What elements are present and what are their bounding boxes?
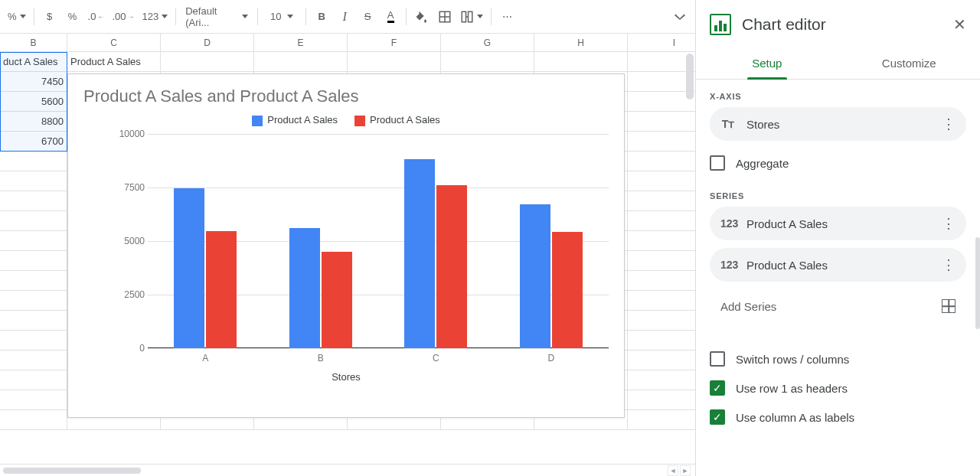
more-options-icon[interactable]: ⋮ xyxy=(942,116,956,132)
merge-cells-button[interactable] xyxy=(457,6,486,28)
legend-swatch-1 xyxy=(252,116,263,126)
paint-bucket-icon xyxy=(415,10,429,24)
chart-editor-icon xyxy=(710,14,731,35)
column-header[interactable]: I xyxy=(628,34,695,51)
scroll-left-button[interactable]: ◄ xyxy=(668,465,678,476)
font-name-select[interactable]: Default (Ari... xyxy=(181,6,253,28)
borders-button[interactable] xyxy=(434,6,456,28)
use-row1-label: Use row 1 as headers xyxy=(736,382,848,395)
column-header[interactable]: H xyxy=(534,34,628,51)
tab-customize[interactable]: Customize xyxy=(838,49,981,79)
borders-icon xyxy=(438,10,452,24)
cell[interactable] xyxy=(348,52,441,71)
column-header[interactable]: B xyxy=(0,34,67,51)
cell[interactable]: duct A Sales xyxy=(0,52,67,71)
text-type-icon: Tᴛ xyxy=(720,118,736,130)
strikethrough-button[interactable]: S xyxy=(357,6,378,28)
number-format-button[interactable]: 123 xyxy=(139,6,171,28)
aggregate-label: Aggregate xyxy=(736,157,789,170)
column-headers: B C D E F G H I xyxy=(0,34,695,52)
more-tools-button[interactable]: ⋯ xyxy=(496,6,518,28)
series-section-label: SERIES xyxy=(710,191,966,201)
cell[interactable] xyxy=(628,52,695,71)
increase-decimals-button[interactable]: .00 → xyxy=(109,6,137,28)
chevron-down-icon xyxy=(242,15,248,18)
cell[interactable]: 5600 xyxy=(0,92,67,111)
column-header[interactable]: F xyxy=(348,34,441,51)
spreadsheet-grid[interactable]: B C D E F G H I duct A Sales Product A S… xyxy=(0,34,695,464)
fill-color-button[interactable] xyxy=(411,6,433,28)
cell[interactable] xyxy=(441,52,534,71)
toolbar: % $ % .0 ← .00 → 123 Default (Ari... 10 … xyxy=(0,0,695,34)
panel-title: Chart editor xyxy=(742,15,942,34)
column-header[interactable]: C xyxy=(67,34,161,51)
scroll-right-button[interactable]: ► xyxy=(680,465,691,476)
chart-title: Product A Sales and Product A Sales xyxy=(68,74,624,106)
vertical-scrollbar[interactable] xyxy=(686,54,694,99)
format-percent2-button[interactable]: % xyxy=(62,6,83,28)
close-icon[interactable]: ✕ xyxy=(953,15,966,34)
chevron-down-icon xyxy=(287,15,293,18)
cell[interactable]: 6700 xyxy=(0,132,67,151)
merge-icon xyxy=(460,10,474,24)
chart-editor-panel: Chart editor ✕ Setup Customize X-AXIS Tᴛ… xyxy=(695,0,980,476)
italic-button[interactable]: I xyxy=(334,6,355,28)
use-row1-checkbox[interactable]: ✓ xyxy=(710,380,725,396)
x-axis-label: Stores xyxy=(68,371,624,383)
column-header[interactable]: D xyxy=(161,34,254,51)
switch-rows-label: Switch rows / columns xyxy=(736,353,849,366)
cell[interactable] xyxy=(628,112,695,131)
more-options-icon[interactable]: ⋮ xyxy=(942,215,956,232)
column-header[interactable]: E xyxy=(254,34,348,51)
chevron-up-icon xyxy=(673,12,687,21)
aggregate-checkbox[interactable] xyxy=(710,155,725,171)
cell[interactable] xyxy=(628,72,695,91)
number-type-icon: 123 xyxy=(720,217,736,230)
tab-setup[interactable]: Setup xyxy=(696,49,838,79)
chevron-down-icon xyxy=(477,15,483,18)
column-header[interactable]: G xyxy=(441,34,534,51)
use-colA-label: Use column A as labels xyxy=(736,411,854,424)
embedded-chart[interactable]: Product A Sales and Product A Sales Prod… xyxy=(67,73,625,418)
cell[interactable]: Product A Sales xyxy=(67,52,161,71)
xaxis-field[interactable]: Tᴛ Stores ⋮ xyxy=(710,107,966,141)
more-options-icon[interactable]: ⋮ xyxy=(942,256,956,273)
series-field-2[interactable]: 123 Product A Sales ⋮ xyxy=(710,248,966,282)
chevron-down-icon xyxy=(20,15,26,18)
cell[interactable]: 7450 xyxy=(0,72,67,91)
cell[interactable] xyxy=(161,52,254,71)
text-color-button[interactable]: A xyxy=(380,6,401,28)
font-size-select[interactable]: 10 xyxy=(263,6,301,28)
add-series-button[interactable]: Add Series xyxy=(710,289,966,323)
cell[interactable] xyxy=(254,52,348,71)
decrease-decimals-button[interactable]: .0 ← xyxy=(85,6,108,28)
format-percent-button[interactable]: % xyxy=(5,6,29,28)
use-colA-checkbox[interactable]: ✓ xyxy=(710,409,725,425)
chevron-down-icon xyxy=(162,15,168,18)
panel-scrollbar[interactable] xyxy=(975,237,980,329)
cell[interactable] xyxy=(628,132,695,151)
format-currency-button[interactable]: $ xyxy=(39,6,60,28)
bold-button[interactable]: B xyxy=(311,6,332,28)
series-field-1[interactable]: 123 Product A Sales ⋮ xyxy=(710,207,966,240)
cell[interactable]: 8800 xyxy=(0,112,67,131)
cell[interactable] xyxy=(628,92,695,111)
number-type-icon: 123 xyxy=(720,259,736,271)
collapse-toolbar-button[interactable] xyxy=(669,6,691,28)
switch-rows-checkbox[interactable] xyxy=(710,351,725,367)
bottom-bar: ◄ ► xyxy=(0,464,695,476)
chart-plot-area: 025005000750010000ABCD xyxy=(114,134,609,348)
horizontal-scrollbar[interactable] xyxy=(3,468,141,474)
grid-icon xyxy=(942,299,956,313)
cell[interactable] xyxy=(534,52,628,71)
xaxis-section-label: X-AXIS xyxy=(710,92,966,101)
legend-swatch-2 xyxy=(354,116,365,126)
chart-legend: Product A Sales Product A Sales xyxy=(68,114,624,126)
